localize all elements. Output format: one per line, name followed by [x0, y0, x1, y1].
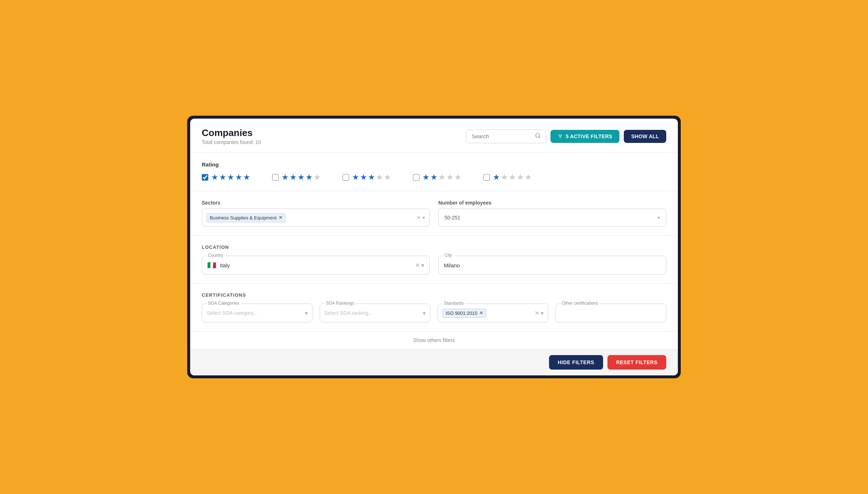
employees-col: Number of employees 50-251 ▾	[438, 200, 666, 227]
employees-label: Number of employees	[438, 200, 666, 206]
employees-select[interactable]: 50-251 ▾	[438, 209, 666, 227]
rating-checkbox-1[interactable]	[483, 174, 490, 181]
header-left: Companies Total companies found: 10	[202, 127, 261, 145]
cert-grid: SOA Categories Select SOA category... ▾ …	[202, 304, 666, 322]
svg-line-1	[539, 137, 540, 138]
standards-label: Standards	[442, 301, 465, 306]
page-title: Companies	[202, 127, 261, 139]
header-right: 5 ACTIVE FILTERS SHOW ALL	[466, 129, 666, 143]
country-clear-icon[interactable]: ✕	[415, 262, 420, 269]
soa-rankings-chevron-icon[interactable]: ▾	[423, 310, 426, 317]
page-subtitle: Total companies found: 10	[202, 139, 261, 145]
rating-option-1[interactable]: ★ ★ ★ ★ ★	[483, 173, 532, 182]
other-certs-col: Other certifications	[556, 304, 666, 322]
rating-checkbox-5[interactable]	[202, 174, 208, 181]
location-label: LOCATION	[202, 244, 666, 250]
soa-rankings-placeholder: Select SOA ranking...	[324, 310, 373, 316]
reset-filters-button[interactable]: RESET FILTERS	[607, 355, 666, 370]
rating-option-4[interactable]: ★ ★ ★ ★ ★	[272, 173, 321, 182]
footer: HIDE FILTERS RESET FILTERS	[190, 349, 678, 375]
rating-checkbox-4[interactable]	[272, 174, 279, 181]
city-field[interactable]: City Milano	[438, 256, 666, 275]
certifications-section: CERTIFICATIONS SOA Categories Select SOA…	[190, 284, 678, 332]
sector-tag-close[interactable]: ✕	[279, 215, 282, 220]
sector-tag-text: Business Supplies & Equipment	[210, 215, 277, 221]
country-field-label: Country	[206, 253, 225, 258]
rating-option-5[interactable]: ★ ★ ★ ★ ★	[202, 173, 250, 182]
stars-4: ★ ★ ★ ★ ★	[282, 173, 321, 182]
filter-icon	[558, 134, 563, 139]
show-all-button[interactable]: SHOW ALL	[624, 130, 666, 143]
sectors-employees-row: Sectors Business Supplies & Equipment ✕ …	[202, 200, 666, 227]
sector-tag-1: Business Supplies & Equipment ✕	[206, 213, 286, 222]
employees-chevron-icon: ▾	[658, 215, 660, 221]
star-5: ★	[243, 173, 250, 182]
search-input[interactable]	[472, 133, 532, 139]
soa-categories-placeholder: Select SOA category...	[206, 310, 257, 316]
country-controls: ✕ ▾	[415, 262, 424, 269]
soa-categories-chevron-icon[interactable]: ▾	[305, 310, 308, 317]
sectors-chevron-icon[interactable]: ▾	[422, 215, 425, 221]
standards-chevron-icon[interactable]: ▾	[541, 310, 544, 317]
other-certs-label: Other certifications	[560, 301, 599, 306]
country-field[interactable]: Country 🇮🇹 Italy ✕ ▾	[202, 256, 430, 275]
soa-rankings-col: SOA Rankings Select SOA ranking... ▾	[320, 304, 430, 322]
active-filters-button[interactable]: 5 ACTIVE FILTERS	[550, 130, 619, 143]
star-1: ★	[211, 173, 218, 182]
soa-rankings-field[interactable]: SOA Rankings Select SOA ranking... ▾	[320, 304, 430, 322]
search-box[interactable]	[466, 129, 546, 143]
sectors-multiselect[interactable]: Business Supplies & Equipment ✕ ✕ ▾	[202, 209, 430, 227]
standards-tag-text: ISO 9001:2015	[446, 310, 477, 316]
active-filters-label: 5 ACTIVE FILTERS	[566, 133, 612, 139]
city-value: Milano	[444, 262, 661, 268]
sectors-employees-section: Sectors Business Supplies & Equipment ✕ …	[190, 191, 678, 236]
sectors-label: Sectors	[202, 200, 430, 206]
stars-5: ★ ★ ★ ★ ★	[211, 173, 250, 182]
rating-option-3[interactable]: ★ ★ ★ ★ ★	[343, 173, 391, 182]
star-3: ★	[227, 173, 234, 182]
rating-row: ★ ★ ★ ★ ★ ★ ★ ★ ★ ★	[202, 173, 666, 182]
stars-3: ★ ★ ★ ★ ★	[352, 173, 391, 182]
city-col: City Milano	[438, 256, 666, 275]
certifications-label: CERTIFICATIONS	[202, 292, 666, 298]
standards-field[interactable]: Standards ISO 9001:2015 ✕ ✕ ▾	[438, 304, 548, 322]
standards-clear-icon[interactable]: ✕	[535, 310, 539, 317]
star-2: ★	[219, 173, 226, 182]
hide-filters-button[interactable]: HIDE FILTERS	[549, 355, 603, 370]
stars-2: ★ ★ ★ ★ ★	[422, 173, 462, 182]
search-icon	[535, 133, 541, 140]
sectors-clear-icon[interactable]: ✕	[417, 215, 421, 221]
rating-label: Rating	[202, 161, 666, 168]
rating-option-2[interactable]: ★ ★ ★ ★ ★	[413, 173, 462, 182]
sectors-controls: ✕ ▾	[417, 215, 425, 221]
stars-1: ★ ★ ★ ★ ★	[493, 173, 532, 182]
city-field-label: City	[443, 253, 454, 258]
soa-categories-field[interactable]: SOA Categories Select SOA category... ▾	[202, 304, 312, 322]
location-section: LOCATION Country 🇮🇹 Italy ✕ ▾	[190, 236, 678, 284]
employees-value: 50-251	[445, 215, 460, 221]
rating-checkbox-2[interactable]	[413, 174, 419, 181]
soa-categories-col: SOA Categories Select SOA category... ▾	[202, 304, 312, 322]
standards-col: Standards ISO 9001:2015 ✕ ✕ ▾	[438, 304, 548, 322]
other-certs-field[interactable]: Other certifications	[556, 304, 666, 322]
outer-wrapper: Companies Total companies found: 10	[187, 116, 681, 378]
country-col: Country 🇮🇹 Italy ✕ ▾	[202, 256, 430, 275]
show-others-filters[interactable]: Show others filters	[190, 332, 678, 349]
soa-categories-label: SOA Categories	[206, 301, 241, 306]
country-chevron-icon[interactable]: ▾	[421, 262, 424, 269]
rating-section: Rating ★ ★ ★ ★ ★ ★	[190, 153, 678, 191]
header: Companies Total companies found: 10	[190, 119, 678, 153]
sectors-col: Sectors Business Supplies & Equipment ✕ …	[202, 200, 430, 227]
modal-panel: Companies Total companies found: 10	[190, 119, 678, 375]
country-flag: 🇮🇹	[207, 261, 216, 269]
star-4: ★	[235, 173, 242, 182]
standards-tag-close[interactable]: ✕	[479, 310, 483, 316]
standards-tag-1: ISO 9001:2015 ✕	[442, 309, 486, 318]
location-grid: Country 🇮🇹 Italy ✕ ▾ City Milano	[202, 256, 666, 275]
soa-rankings-label: SOA Rankings	[324, 301, 356, 306]
rating-checkbox-3[interactable]	[343, 174, 349, 181]
country-value: Italy	[220, 262, 412, 268]
